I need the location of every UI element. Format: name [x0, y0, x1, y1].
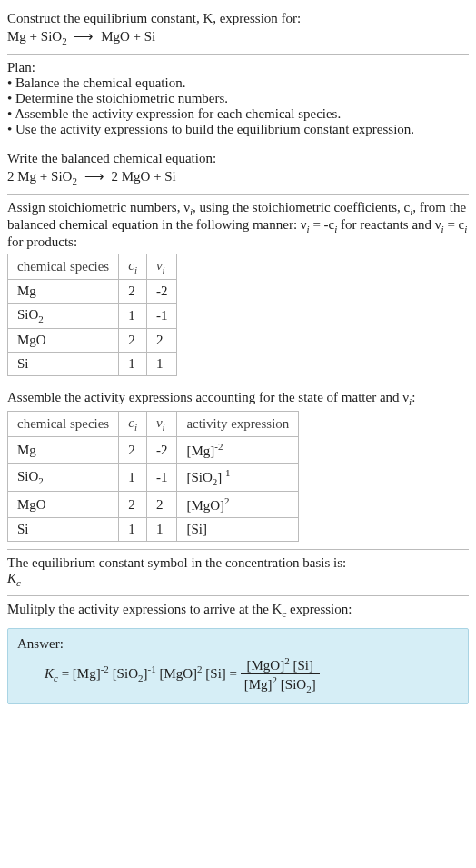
col-v: νi — [146, 412, 177, 437]
intro-section: Construct the equilibrium constant, K, e… — [7, 5, 469, 55]
symbol-expr: Kc — [7, 571, 469, 588]
col-species: chemical species — [8, 412, 119, 437]
multiply-section: Mulitply the activity expressions to arr… — [7, 596, 469, 623]
col-species: chemical species — [8, 254, 119, 280]
stoich-table: chemical species ci νi Mg 2 -2 SiO2 1 -1… — [7, 254, 177, 376]
activity-heading: Assemble the activity expressions accoun… — [7, 390, 469, 407]
plan-heading: Plan: — [7, 60, 469, 75]
plan-item: • Assemble the activity expression for e… — [7, 106, 469, 122]
balanced-equation: 2 Mg + SiO2 ⟶ 2 MgO + Si — [7, 168, 469, 186]
plan-item: • Balance the chemical equation. — [7, 75, 469, 91]
plan-section: Plan: • Balance the chemical equation. •… — [7, 55, 469, 145]
plan-item: • Use the activity expressions to build … — [7, 122, 469, 137]
stoich-text: Assign stoichiometric numbers, νi, using… — [7, 200, 469, 250]
stoich-section: Assign stoichiometric numbers, νi, using… — [7, 195, 469, 384]
fraction-denominator: [Mg]2 [SiO2] — [241, 674, 320, 694]
table-row: SiO2 1 -1 [SiO2]-1 — [8, 464, 299, 492]
table-row: MgO 2 2 [MgO]2 — [8, 492, 299, 518]
table-row: Mg 2 -2 [Mg]-2 — [8, 437, 299, 464]
table-row: Si 1 1 — [8, 353, 177, 376]
answer-label: Answer: — [17, 636, 459, 652]
fraction: [MgO]2 [Si] [Mg]2 [SiO2] — [241, 655, 320, 694]
table-row: SiO2 1 -1 — [8, 304, 177, 329]
answer-box: Answer: Kc = [Mg]-2 [SiO2]-1 [MgO]2 [Si]… — [7, 628, 469, 704]
activity-table: chemical species ci νi activity expressi… — [7, 411, 299, 542]
balanced-heading: Write the balanced chemical equation: — [7, 151, 469, 166]
col-c: ci — [119, 254, 147, 280]
table-header-row: chemical species ci νi — [8, 254, 177, 280]
col-c: ci — [119, 412, 147, 437]
table-row: Mg 2 -2 — [8, 280, 177, 304]
intro-text: Construct the equilibrium constant, K, e… — [7, 11, 301, 25]
answer-expression: Kc = [Mg]-2 [SiO2]-1 [MgO]2 [Si] = [MgO]… — [17, 655, 459, 694]
table-row: Si 1 1 [Si] — [8, 518, 299, 542]
fraction-numerator: [MgO]2 [Si] — [241, 655, 320, 674]
intro-equation: Mg + SiO2 ⟶ MgO + Si — [7, 28, 469, 46]
activity-section: Assemble the activity expressions accoun… — [7, 384, 469, 550]
plan-item: • Determine the stoichiometric numbers. — [7, 91, 469, 106]
col-activity: activity expression — [177, 412, 299, 437]
col-v: νi — [146, 254, 177, 280]
balanced-section: Write the balanced chemical equation: 2 … — [7, 145, 469, 195]
table-header-row: chemical species ci νi activity expressi… — [8, 412, 299, 437]
symbol-section: The equilibrium constant symbol in the c… — [7, 550, 469, 596]
table-row: MgO 2 2 — [8, 329, 177, 353]
symbol-line: The equilibrium constant symbol in the c… — [7, 555, 469, 571]
intro-line1: Construct the equilibrium constant, K, e… — [7, 11, 469, 26]
